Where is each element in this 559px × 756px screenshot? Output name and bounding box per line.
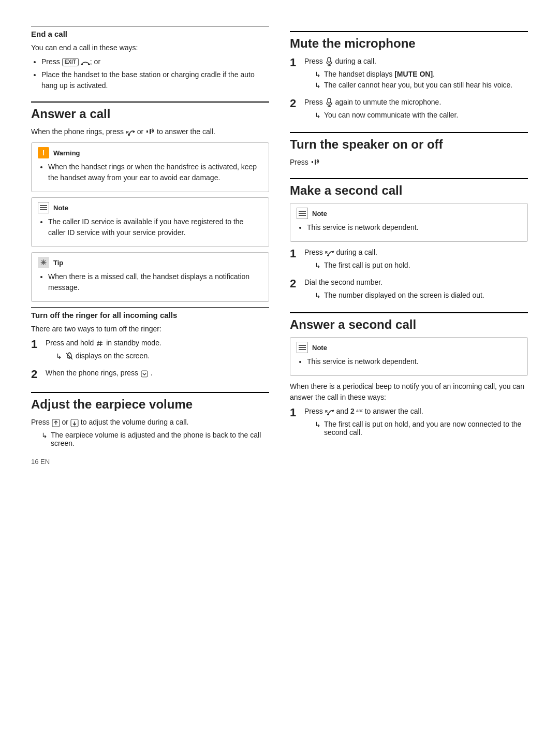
svg-text:R: R <box>126 130 129 135</box>
warning-item-1: When the handset rings or when the hands… <box>48 162 262 183</box>
arrow-icon-as1: ↳ <box>315 420 321 429</box>
turn-off-ringer-title: Turn off the ringer for all incoming cal… <box>31 307 269 319</box>
turn-speaker-title: Turn the speaker on or off <box>290 132 528 152</box>
end-a-call-item-1: Press EXIT ; or <box>41 56 269 67</box>
end-a-call-section: End a call You can end a call in these w… <box>31 26 269 91</box>
warning-list: When the handset rings or when the hands… <box>48 162 262 183</box>
note-label-answer: Note <box>53 204 68 212</box>
make-call-step-2-arrow-text: The number displayed on the screen is di… <box>324 291 484 299</box>
end-a-call-title: End a call <box>31 26 269 38</box>
svg-rect-25 <box>327 255 329 256</box>
svg-rect-0 <box>81 64 83 65</box>
make-call-step-1-arrow-text: The first call is put on hold. <box>324 261 410 269</box>
note-list-second-call: This service is network dependent. <box>307 222 521 233</box>
ringer-step-2-content: When the phone rings, press . <box>46 368 269 379</box>
answer-second-call-title: Answer a second call <box>290 312 528 332</box>
mute-step-1: 1 Press during a call. ↳ <box>290 56 528 92</box>
make-call-step-1-arrow: ↳ The first call is put on hold. <box>315 261 528 270</box>
right-column: Mute the microphone 1 Press during a cal… <box>290 21 528 466</box>
page-number: 16 EN <box>31 458 50 466</box>
mute-mic-icon <box>325 57 333 66</box>
page-footer: 16 EN <box>31 458 269 466</box>
mute-step-1-text: Press during a call. <box>304 56 528 67</box>
warning-header: ! Warning <box>38 147 262 158</box>
r-phone-icon-2: R <box>325 249 334 256</box>
note-icon-answer-second <box>297 342 308 353</box>
left-column: End a call You can end a call in these w… <box>31 21 269 466</box>
make-second-call-section: Make a second call Note This service is … <box>290 178 528 302</box>
svg-text:ABC: ABC <box>356 409 363 413</box>
end-a-call-item-2: Place the handset to the base station or… <box>41 69 269 91</box>
make-call-step-1-text: Press R during a call. <box>304 247 528 258</box>
note-item-answer-1: The caller ID service is available if yo… <box>48 216 262 238</box>
warning-label: Warning <box>53 149 80 157</box>
svg-rect-5 <box>150 129 151 134</box>
make-call-step-2-arrow: ↳ The number displayed on the screen is … <box>315 291 528 300</box>
answer-second-step-1-arrow-text: The first call is put on hold, and you a… <box>324 420 528 437</box>
arrow-icon-m1a: ↳ <box>315 70 321 79</box>
ringer-step-1-num: 1 <box>31 338 37 351</box>
svg-rect-23 <box>315 159 316 165</box>
make-call-step-2-num: 2 <box>290 277 296 290</box>
svg-rect-3 <box>128 134 130 136</box>
mute-microphone-section: Mute the microphone 1 Press during a cal… <box>290 31 528 122</box>
svg-rect-12 <box>141 371 148 377</box>
note-box-answer: Note The caller ID service is available … <box>31 197 269 247</box>
r-phone-icon: R <box>126 128 135 136</box>
mute-step-2-num: 2 <box>290 97 296 110</box>
mute-step-1-content: Press during a call. ↳ The handset displ… <box>304 56 528 90</box>
svg-text:R: R <box>325 251 328 254</box>
ringer-step-2: 2 When the phone rings, press . <box>31 368 269 382</box>
mute-step-2: 2 Press again to unmute the microphone. <box>290 97 528 122</box>
adjust-earpiece-intro: Press or to adjust the volume during a c… <box>31 417 269 428</box>
tip-box: ✳ Tip When there is a missed call, the h… <box>31 252 269 302</box>
arrow-icon-mc1: ↳ <box>315 261 321 270</box>
arrow-icon-1: ↳ <box>56 352 62 360</box>
make-call-step-2: 2 Dial the second number. ↳ The number d… <box>290 277 528 302</box>
answer-a-call-section: Answer a call When the phone rings, pres… <box>31 101 269 302</box>
end-a-call-intro: You can end a call in these ways: <box>31 42 269 53</box>
mute-step-2-content: Press again to unmute the microphone. ↳ … <box>304 97 528 120</box>
svg-rect-26 <box>332 251 334 253</box>
note-box-answer-second: Note This service is network dependent. <box>290 337 528 376</box>
ringer-step-2-text: When the phone rings, press . <box>46 368 269 379</box>
warning-box: ! Warning When the handset rings or when… <box>31 142 269 192</box>
tip-label: Tip <box>53 259 63 267</box>
adjust-earpiece-arrow: ↳ The earpiece volume is adjusted and th… <box>41 431 269 447</box>
make-second-call-title: Make a second call <box>290 178 528 198</box>
make-call-step-2-content: Dial the second number. ↳ The number dis… <box>304 277 528 300</box>
note-list-answer: The caller ID service is available if yo… <box>48 216 262 238</box>
answer-second-call-section: Answer a second call Note This service i… <box>290 312 528 439</box>
note-icon-answer <box>38 202 49 213</box>
note-box-second-call: Note This service is network dependent. <box>290 203 528 242</box>
note-label-answer-second: Note <box>312 344 327 352</box>
turn-speaker-section: Turn the speaker on or off Press <box>290 132 528 168</box>
down-arrow-icon <box>140 370 149 378</box>
ringer-step-2-num: 2 <box>31 368 37 381</box>
note-item-second-call-1: This service is network dependent. <box>307 222 521 233</box>
vol-down-icon <box>70 419 79 427</box>
answer-second-step-1: 1 Press R and 2 <box>290 406 528 439</box>
make-call-step-1-content: Press R during a call. ↳ The first call … <box>304 247 528 270</box>
speaker-on-off-icon <box>311 158 321 167</box>
mute-mic-icon-2 <box>325 98 333 107</box>
arrow-icon-earpiece: ↳ <box>41 431 48 440</box>
speaker-phone-icon <box>145 128 155 136</box>
turn-speaker-text: Press <box>290 157 528 168</box>
svg-rect-28 <box>327 414 329 415</box>
svg-rect-20 <box>328 98 331 103</box>
turn-off-ringer-section: Turn off the ringer for all incoming cal… <box>31 307 269 382</box>
ringer-step-1: 1 Press and hold in standby mode. ↳ <box>31 338 269 362</box>
note-header-second-call: Note <box>297 208 521 219</box>
mute-step-2-arrow: ↳ You can now communicate with the calle… <box>315 111 528 120</box>
phone-end-icon <box>81 59 90 66</box>
adjust-earpiece-title: Adjust the earpiece volume <box>31 392 269 412</box>
mute-step-1-arrow2: ↳ The caller cannot hear you, but you ca… <box>315 81 528 90</box>
warning-icon: ! <box>38 147 49 158</box>
svg-text:2: 2 <box>350 408 355 415</box>
ringer-step-1-arrow: ↳ displays on the screen. <box>56 352 269 360</box>
answer-second-step-1-text: Press R and 2 ABC <box>304 406 528 417</box>
svg-rect-17 <box>328 57 331 62</box>
tip-list: When there is a missed call, the handset… <box>48 271 262 293</box>
bell-mute-icon <box>65 352 73 360</box>
